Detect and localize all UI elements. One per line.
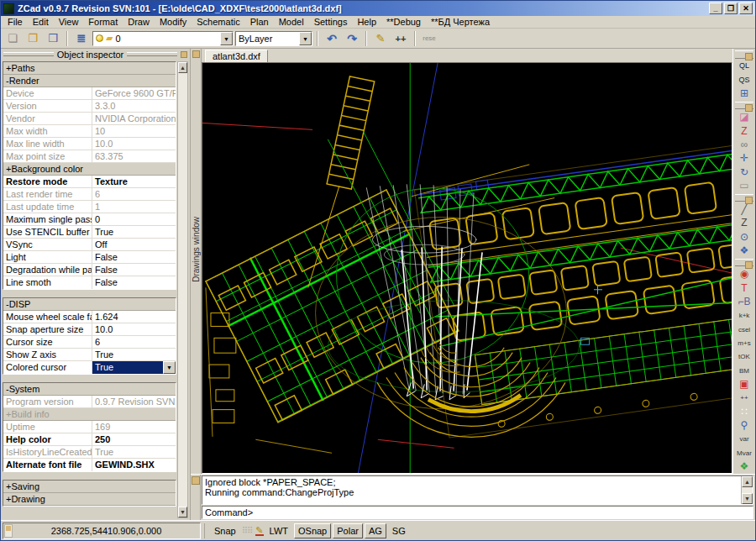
inspector-scrollbar[interactable]: ▲ ▼ (177, 61, 188, 518)
red-squares-icon[interactable]: ▣ (733, 377, 755, 391)
property-row[interactable]: Uptime 169 ▼ (3, 421, 176, 433)
circle-tool-icon[interactable]: ⊙ (733, 230, 755, 244)
chevron-down-icon[interactable]: ▼ (299, 32, 312, 45)
chain-icon[interactable]: ∞ (733, 138, 755, 151)
section-render[interactable]: -Render ▼ (3, 75, 176, 87)
bm-button[interactable]: BM (733, 364, 755, 377)
maximize-button[interactable]: ❐ (724, 3, 738, 14)
property-row[interactable]: Max line width 10.0 ▼ (3, 138, 176, 150)
property-row[interactable]: VSync Off ▼ (3, 239, 176, 251)
menu-view[interactable]: View (54, 16, 84, 28)
property-row[interactable]: Degradation while pan False ▼ (3, 264, 176, 276)
menu-bd-drawing[interactable]: **БД Чертежа (426, 16, 495, 28)
color-combo[interactable]: ByLayer ▼ (235, 31, 312, 46)
osnap-button[interactable]: OSnap (294, 523, 331, 538)
chevron-down-icon[interactable]: ▼ (220, 32, 233, 45)
erase-icon[interactable]: ◪ (733, 110, 755, 123)
ag-button[interactable]: AG (365, 523, 386, 538)
layers-button[interactable]: ≣ (72, 30, 91, 47)
menu-help[interactable]: Help (352, 16, 381, 28)
colored-cursor-row[interactable]: Colored cursor True ▼ (3, 361, 176, 374)
drawing-viewport[interactable] (202, 62, 732, 474)
drawings-window-strip[interactable]: Drawings window (191, 49, 202, 474)
menu-draw[interactable]: Draw (123, 16, 155, 28)
new-file-button[interactable]: ❏ (3, 30, 22, 47)
property-row[interactable]: Restore mode Texture ▼ (3, 176, 176, 188)
minimize-button[interactable]: _ (709, 3, 722, 14)
k-plus-k-button[interactable]: k+k (733, 309, 755, 323)
grid-icon[interactable]: ⠿⠿ (242, 526, 253, 535)
property-row[interactable]: Program version 0.9.7 Revision SVN:101 ▼ (3, 396, 176, 408)
quick-load-button[interactable]: QL (733, 60, 755, 73)
layer-combo[interactable]: ▰ 0 ▼ (92, 31, 234, 46)
console-panel-grip[interactable] (191, 475, 201, 520)
lwt-toggle[interactable]: LWT (267, 526, 291, 536)
console-scrollbar[interactable]: ▲ ▼ (741, 476, 753, 504)
section-system[interactable]: -System ▼ (3, 383, 176, 396)
rese-button[interactable]: rese (420, 30, 438, 47)
property-row[interactable]: Last update time 1 ▼ (3, 201, 176, 213)
menu-debug[interactable]: **Debug (381, 16, 426, 28)
move-icon[interactable]: ✛ (733, 152, 755, 165)
property-row[interactable]: IsHistoryLineCreated True ▼ (3, 446, 176, 459)
layer-tree-icon[interactable]: ⊞ (733, 87, 755, 100)
t-tool-icon[interactable]: T (733, 281, 755, 295)
property-row[interactable]: Help color 250 ▼ (3, 433, 176, 446)
dropdown-arrow-icon[interactable]: ▼ (163, 361, 176, 374)
property-row[interactable]: Max point size 63.375 ▼ (3, 150, 176, 163)
green-poly-icon[interactable]: ❖ (733, 460, 755, 474)
section-background-color[interactable]: +Background color ▼ (3, 163, 176, 176)
menu-plan[interactable]: Plan (245, 16, 274, 28)
var-button[interactable]: var (733, 433, 755, 446)
sphere-icon[interactable]: ◉ (733, 267, 755, 281)
property-row[interactable]: Last render time 6 ▼ (3, 188, 176, 201)
property-row[interactable]: Version 3.3.0 ▼ (3, 100, 176, 113)
save-file-button[interactable]: ❒ (44, 30, 62, 47)
polyline-tool-icon[interactable]: Z (733, 217, 755, 230)
section-build-info[interactable]: +Build info ▼ (3, 408, 176, 421)
snap-toggle[interactable]: Snap (212, 526, 239, 536)
object-inspector-header[interactable]: Object inspector (1, 49, 190, 60)
undo-button[interactable]: ↶ (323, 30, 341, 47)
close-button[interactable]: ✕ (739, 3, 753, 14)
scroll-down-icon[interactable]: ▼ (178, 507, 187, 517)
m-plus-s-button[interactable]: m+s (733, 336, 755, 349)
menu-model[interactable]: Model (274, 16, 309, 28)
property-row[interactable]: Maximum single pass time 0 ▼ (3, 213, 176, 226)
menu-schematic[interactable]: Schematic (192, 16, 244, 28)
property-row[interactable]: Cursor size 6 ▼ (3, 336, 176, 349)
property-row[interactable]: Show Z axis True ▼ (3, 349, 176, 361)
scrollbar-track[interactable] (742, 487, 753, 493)
section-saving[interactable]: +Saving ▼ (3, 481, 176, 493)
lwt-pen-icon[interactable]: ✎ (255, 526, 263, 536)
polar-button[interactable]: Polar (333, 523, 363, 538)
scrollbar-track[interactable] (178, 73, 187, 507)
zoom-var-icon[interactable]: ⚲ (733, 418, 755, 432)
pen-button[interactable]: ✎ (371, 30, 390, 47)
section-disp[interactable]: -DISP ▼ (3, 298, 176, 311)
line-tool-icon[interactable]: ╱ (733, 202, 755, 216)
section-drawing[interactable]: +Drawing ▼ (3, 493, 176, 506)
property-row[interactable]: Line smoth False ▼ (3, 276, 176, 289)
plus-plus-button[interactable]: ++ (733, 391, 755, 405)
rectangle-tool-icon[interactable]: ▭ (733, 179, 755, 192)
property-row[interactable]: Max width 10 ▼ (3, 125, 176, 138)
b-tool-icon[interactable]: ⌐B (733, 295, 755, 308)
open-file-button[interactable]: ❐ (24, 30, 42, 47)
csel-button[interactable]: csel (733, 323, 755, 336)
scroll-up-icon[interactable]: ▲ (742, 476, 753, 487)
sg-button[interactable]: SG (388, 523, 410, 538)
scroll-up-icon[interactable]: ▲ (178, 62, 187, 73)
mvar-button[interactable]: Mvar (733, 446, 755, 460)
tab-atlant3d[interactable]: atlant3d.dxf (205, 50, 268, 62)
property-row[interactable]: Device GeForce 9600 GT/PCI/SSE2 ▼ (3, 87, 176, 100)
z-order-icon[interactable]: Z (733, 124, 755, 138)
property-row[interactable]: Mouse wheel scale factor 1.624 ▼ (3, 311, 176, 323)
menu-edit[interactable]: Edit (28, 16, 54, 28)
plus-plus-button[interactable]: ++ (391, 30, 410, 47)
property-row[interactable]: Snap aperture size 10.0 ▼ (3, 323, 176, 336)
section-paths[interactable]: +Paths ▼ (3, 62, 176, 75)
scroll-down-icon[interactable]: ▼ (742, 493, 753, 504)
tok-button[interactable]: tOK (733, 350, 755, 364)
menu-settings[interactable]: Settings (309, 16, 353, 28)
